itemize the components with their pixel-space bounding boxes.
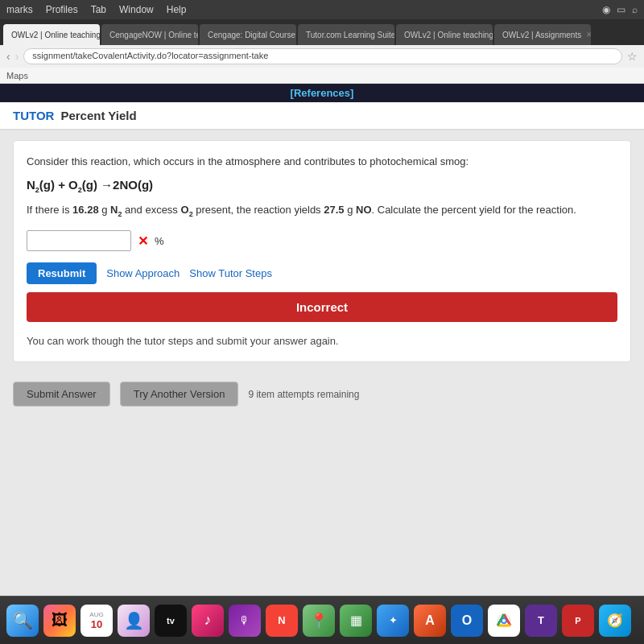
svg-point-3 xyxy=(502,619,506,622)
taskbar-chrome-icon[interactable] xyxy=(488,605,520,637)
browser-chrome: marks Profiles Tab Window Help ◉ ▭ ⌕ OWL… xyxy=(0,0,644,84)
bottom-actions: Submit Answer Try Another Version 9 item… xyxy=(0,372,644,416)
tab-label: OWLv2 | Online teaching a xyxy=(11,31,100,39)
tab-owlv2-assignments[interactable]: OWLv2 | Assignments ✕ xyxy=(494,24,591,45)
tab-owlv2-1[interactable]: OWLv2 | Online teaching a ✕ xyxy=(3,24,100,45)
menu-help[interactable]: Help xyxy=(167,4,187,15)
taskbar-teams-icon[interactable]: T xyxy=(525,605,557,637)
taskbar-keynote-icon[interactable]: ✦ xyxy=(377,605,409,637)
menu-marks[interactable]: marks xyxy=(6,4,33,15)
menu-window[interactable]: Window xyxy=(119,4,154,15)
question-intro: Consider this reaction, which occurs in … xyxy=(27,154,617,170)
back-button[interactable]: ‹ xyxy=(6,50,10,63)
answer-row: ✕ % xyxy=(27,230,617,251)
taskbar-powerpoint-icon[interactable]: P xyxy=(562,605,594,637)
references-bar: [References] xyxy=(0,84,644,102)
taskbar-safari-icon[interactable]: 🧭 xyxy=(599,605,631,637)
bookmarks-bar: Maps xyxy=(0,68,644,84)
bookmark-icon[interactable]: ☆ xyxy=(627,50,638,63)
search-icon[interactable]: ⌕ xyxy=(632,4,638,15)
menu-profiles[interactable]: Profiles xyxy=(46,4,78,15)
submit-answer-button[interactable]: Submit Answer xyxy=(13,382,110,407)
tab-label: OWLv2 | Online teaching a xyxy=(404,31,493,39)
tab-bar: OWLv2 | Online teaching a ✕ CengageNOW |… xyxy=(0,19,644,45)
address-bar-row: ‹ › ssignment/takeCovalentActivity.do?lo… xyxy=(0,45,644,68)
taskbar-calendar-icon[interactable]: AUG 10 xyxy=(80,605,113,637)
taskbar-text-icon[interactable]: A xyxy=(414,605,446,637)
incorrect-banner: Incorrect xyxy=(27,292,617,322)
taskbar-finder-icon[interactable]: 🔍 xyxy=(6,605,39,637)
tutor-label: TUTOR xyxy=(13,109,54,122)
taskbar-contacts-icon[interactable]: 👤 xyxy=(118,605,150,637)
tab-cengage-digital[interactable]: Cengage: Digital Course S ✕ xyxy=(200,24,296,45)
tab-owlv2-2[interactable]: OWLv2 | Online teaching a ✕ xyxy=(396,24,493,45)
taskbar-photos-icon[interactable]: 🖼 xyxy=(43,605,76,637)
reaction-equation: N2(g) + O2(g) →2NO(g) xyxy=(27,178,617,194)
tab-close[interactable]: ✕ xyxy=(586,31,591,39)
taskbar-music-icon[interactable]: ♪ xyxy=(192,605,224,637)
taskbar-news-icon[interactable]: N xyxy=(266,605,298,637)
taskbar-numbers-icon[interactable]: ▦ xyxy=(340,605,372,637)
battery-icon: ▭ xyxy=(617,4,625,15)
taskbar-outlook-icon[interactable]: O xyxy=(451,605,483,637)
taskbar-appletv-icon[interactable]: tv xyxy=(155,605,187,637)
try-another-button[interactable]: Try Another Version xyxy=(120,382,239,407)
taskbar-podcasts-icon[interactable]: 🎙 xyxy=(229,605,261,637)
tab-label: Tutor.com Learning Suite xyxy=(306,31,394,39)
forward-button[interactable]: › xyxy=(15,50,19,63)
tab-cengagenow[interactable]: CengageNOW | Online tea ✕ xyxy=(101,24,198,45)
tutor-title: Percent Yield xyxy=(60,109,136,122)
references-label[interactable]: [References] xyxy=(291,87,354,99)
taskbar-maps-icon[interactable]: 📍 xyxy=(303,605,335,637)
incorrect-label: Incorrect xyxy=(296,300,348,314)
show-tutor-steps-button[interactable]: Show Tutor Steps xyxy=(189,267,272,279)
question-box: Consider this reaction, which occurs in … xyxy=(13,140,631,362)
tab-label: OWLv2 | Assignments xyxy=(502,31,581,39)
answer-input[interactable] xyxy=(27,230,131,251)
url-bar[interactable]: ssignment/takeCovalentActivity.do?locato… xyxy=(23,48,622,64)
tab-label: Cengage: Digital Course S xyxy=(208,31,296,39)
bookmarks-maps[interactable]: Maps xyxy=(6,71,28,80)
tutor-header: TUTOR Percent Yield xyxy=(0,102,644,130)
menu-tab[interactable]: Tab xyxy=(91,4,106,15)
wifi-icon: ◉ xyxy=(602,4,610,15)
taskbar: 🔍 🖼 AUG 10 👤 tv ♪ 🎙 N 📍 ▦ ✦ A O T P 🧭 xyxy=(0,596,644,644)
resubmit-button[interactable]: Resubmit xyxy=(27,262,97,284)
wrong-icon: ✕ xyxy=(138,233,148,249)
page-content: [References] TUTOR Percent Yield Conside… xyxy=(0,84,644,596)
menu-bar: marks Profiles Tab Window Help ◉ ▭ ⌕ xyxy=(0,0,644,19)
tab-tutor[interactable]: Tutor.com Learning Suite ✕ xyxy=(298,24,394,45)
percent-label: % xyxy=(155,235,164,247)
action-row: Resubmit Show Approach Show Tutor Steps xyxy=(27,262,617,284)
tab-label: CengageNOW | Online tea xyxy=(109,31,198,39)
show-approach-button[interactable]: Show Approach xyxy=(106,267,180,279)
attempts-remaining: 9 item attempts remaining xyxy=(248,389,359,400)
hint-text: You can work though the tutor steps and … xyxy=(27,330,617,349)
given-info: If there is 16.28 g N2 and excess O2 pre… xyxy=(27,202,617,220)
